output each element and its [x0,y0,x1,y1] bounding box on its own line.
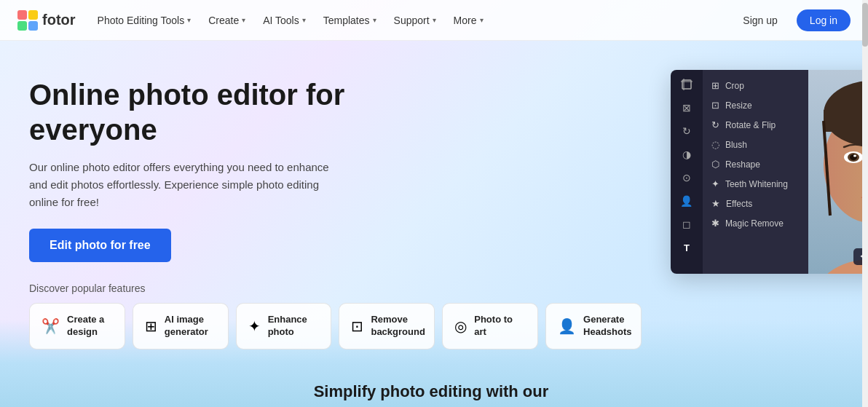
resize-icon: ⊡ [711,100,719,111]
login-button[interactable]: Log in [797,9,851,31]
menu-item-rotate[interactable]: ↻ Rotate & Flip [703,115,808,135]
photo-face-svg [808,70,868,274]
editor-menu: ⊞ Crop ⊡ Resize ↻ Rotate & Flip ◌ Blush … [703,70,808,274]
menu-item-effects[interactable]: ★ Effects [703,194,808,213]
chevron-down-icon: ▾ [480,16,484,24]
edit-photo-button[interactable]: Edit photo for free [29,229,171,262]
svg-rect-2 [17,21,27,31]
remove-bg-icon: ⊡ [351,317,363,335]
feature-card-create-design[interactable]: ✂️ Create adesign [29,303,125,349]
feature-card-create-design-label: Create adesign [67,314,104,339]
sidebar-rotate-icon[interactable]: ↻ [676,122,698,140]
svg-point-16 [853,155,856,157]
svg-rect-0 [17,10,27,20]
sidebar-person-icon[interactable]: 👤 [676,192,698,210]
editor-preview-section: ⊠ ↻ ◑ ⊙ 👤 ◻ T ⊞ Crop ⊡ Resize ↻ [671,70,868,392]
nav-item-more[interactable]: More ▾ [446,10,491,31]
svg-rect-1 [28,10,38,20]
sidebar-adjust-icon[interactable]: ⊙ [676,169,698,186]
enhance-photo-icon: ✦ [248,317,261,335]
nav-items: Photo Editing Tools ▾ Create ▾ AI Tools … [90,10,732,31]
chevron-down-icon: ▾ [373,16,376,24]
chevron-down-icon: ▾ [187,16,191,24]
logo-text: fotor [42,12,76,28]
menu-item-teeth-whitening[interactable]: ✦ Teeth Whitening [703,174,808,194]
feature-card-photo-to-art[interactable]: ◎ Photo to art [442,303,538,349]
sidebar-filter-icon[interactable]: ◑ [676,146,698,163]
editor-sidebar: ⊠ ↻ ◑ ⊙ 👤 ◻ T [671,70,703,274]
signup-button[interactable]: Sign up [731,9,789,31]
feature-card-generate-headshots[interactable]: 👤 GenerateHeadshots [545,303,642,349]
nav-item-templates[interactable]: Templates ▾ [316,10,384,31]
scrollbar-thumb[interactable] [862,3,868,47]
chevron-down-icon: ▾ [433,16,436,24]
feature-card-generate-headshots-label: GenerateHeadshots [583,314,631,339]
feature-card-ai-image-gen[interactable]: ⊞ AI imagegenerator [133,303,229,349]
feature-cards: ✂️ Create adesign ⊞ AI imagegenerator ✦ … [29,303,642,349]
menu-item-crop[interactable]: ⊞ Crop [703,76,808,95]
svg-rect-12 [824,110,868,132]
feature-card-remove-bg[interactable]: ⊡ Removebackground [339,303,435,349]
logo[interactable]: fotor [17,10,76,31]
sidebar-resize-icon[interactable]: ⊠ [676,99,698,116]
menu-item-resize[interactable]: ⊡ Resize [703,95,808,115]
nav-actions: Sign up Log in [731,9,851,31]
effects-icon: ★ [711,198,720,209]
menu-item-blush[interactable]: ◌ Blush [703,135,808,154]
generate-headshots-icon: 👤 [558,317,576,335]
blush-icon: ◌ [711,139,719,150]
chevron-down-icon: ▾ [242,16,245,24]
logo-icon [17,10,38,31]
photo-to-art-icon: ◎ [454,317,467,335]
menu-item-magic-remove[interactable]: ✱ Magic Remove [703,213,808,233]
nav-item-ai-tools[interactable]: AI Tools ▾ [256,10,313,31]
editor-preview: ⊠ ↻ ◑ ⊙ 👤 ◻ T ⊞ Crop ⊡ Resize ↻ [671,70,868,274]
discover-label: Discover popular features [29,282,642,294]
main-content: Online photo editor for everyone Our onl… [0,41,868,407]
bottom-text: Simplify photo editing with our [0,382,862,407]
rotate-icon: ↻ [711,119,719,130]
feature-card-remove-bg-label: Removebackground [371,314,425,339]
nav-item-support[interactable]: Support ▾ [387,10,443,31]
scrollbar[interactable] [862,0,868,407]
ai-image-gen-icon: ⊞ [145,317,157,335]
feature-card-ai-image-gen-label: AI imagegenerator [165,314,208,339]
create-design-icon: ✂️ [42,317,60,335]
svg-rect-3 [28,21,38,31]
menu-item-reshape[interactable]: ⬡ Reshape [703,154,808,174]
sidebar-crop-icon[interactable] [676,76,698,93]
sidebar-sticker-icon[interactable]: ◻ [676,216,698,233]
feature-card-photo-to-art-label: Photo to art [474,314,526,339]
chevron-down-icon: ▾ [302,16,306,24]
crop-icon: ⊞ [711,80,719,91]
feature-card-enhance-photo-label: Enhancephoto [268,314,307,339]
hero-subtitle: Our online photo editor offers everythin… [29,159,335,211]
hero-title: Online photo editor for everyone [29,77,642,147]
navbar: fotor Photo Editing Tools ▾ Create ▾ AI … [0,0,868,41]
feature-card-enhance-photo[interactable]: ✦ Enhancephoto [236,303,332,349]
nav-item-create[interactable]: Create ▾ [201,10,253,31]
teeth-icon: ✦ [711,178,719,189]
reshape-icon: ⬡ [711,159,719,170]
sidebar-text-icon[interactable]: T [676,239,698,256]
editor-photo: ✦ AI Skin Retouch [808,70,868,274]
magic-remove-icon: ✱ [711,218,719,229]
nav-item-photo-tools[interactable]: Photo Editing Tools ▾ [90,10,199,31]
hero-section: Online photo editor for everyone Our onl… [29,70,642,392]
